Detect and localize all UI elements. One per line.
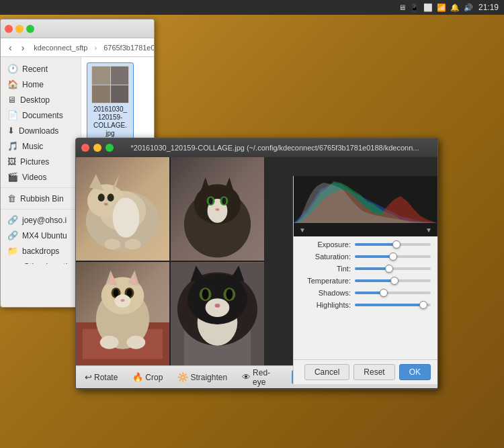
saturation-label: Saturation:	[300, 253, 351, 261]
reset-button[interactable]: Reset	[353, 364, 394, 380]
forward-button[interactable]: ›	[19, 41, 28, 54]
file-item-collage[interactable]: 20161030_120159-COLLAGE.jpg	[87, 62, 134, 141]
shadows-track[interactable]	[355, 292, 431, 294]
network-icon-2: 🔗	[7, 230, 18, 240]
desktop: 🖥 📱 ⬜ 📶 🔔 🔊 21:19 ‹ › kdeconnect_sftp › …	[0, 0, 504, 448]
exposure-label: Exposure:	[300, 240, 351, 249]
temperature-fill	[355, 279, 394, 282]
sidebar-item-mx4[interactable]: 🔗 MX4 Ubuntu	[1, 228, 81, 243]
sidebar-label-joey: joey@ohso.i	[22, 216, 67, 225]
temperature-track[interactable]	[355, 279, 431, 282]
svg-point-34	[121, 299, 125, 302]
sidebar-item-music[interactable]: 🎵 Music	[1, 138, 81, 154]
svg-point-7	[104, 203, 108, 206]
shadows-thumb[interactable]	[380, 289, 388, 297]
sidebar-item-joey[interactable]: 🔗 joey@ohso.i	[1, 212, 81, 228]
sidebar-item-recent[interactable]: 🕐 Recent	[1, 61, 81, 77]
svg-point-20	[216, 208, 220, 211]
maximize-button[interactable]	[26, 25, 34, 33]
rubbishbin-icon: 🗑	[7, 193, 16, 204]
sidebar-item-pictures[interactable]: 🖼 Pictures	[1, 154, 81, 169]
exposure-row: Exposure:	[300, 240, 431, 249]
svg-point-18	[209, 197, 213, 204]
sidebar-item-backdrops[interactable]: 📁 backdrops	[1, 243, 81, 259]
saturation-thumb[interactable]	[389, 253, 397, 261]
minimize-button[interactable]	[15, 25, 24, 33]
svg-marker-3	[89, 174, 104, 191]
hist-shadow-triangle[interactable]: ▼	[299, 226, 306, 234]
crop-icon: 🔥	[132, 372, 143, 382]
rotate-tool[interactable]: ↩ Rotate	[81, 370, 121, 384]
sidebar-label-other: + Other Locati	[17, 262, 68, 265]
sidebar-item-desktop[interactable]: 🖥 Desktop	[1, 92, 81, 107]
histogram-controls: ▼ ▼	[294, 225, 437, 235]
collage-cell-tl	[92, 66, 110, 85]
close-button[interactable]	[5, 25, 13, 33]
iv-minimize-button[interactable]	[93, 144, 101, 152]
sidebar-item-rubbishbin[interactable]: 🗑 Rubbish Bin	[1, 191, 81, 206]
sidebar-item-downloads[interactable]: ⬇ Downloads	[1, 123, 81, 138]
tint-thumb[interactable]	[385, 265, 393, 273]
tint-label: Tint:	[300, 265, 351, 273]
sidebar-label-downloads: Downloads	[19, 126, 58, 136]
clock: 21:19	[478, 3, 499, 12]
cancel-button[interactable]: Cancel	[304, 364, 349, 380]
collage-cell-bl	[92, 85, 110, 104]
sidebar-item-other[interactable]: + + Other Locati	[1, 259, 81, 264]
fm-titlebar	[1, 19, 154, 38]
exposure-thumb[interactable]	[392, 240, 401, 249]
collage-photo-tr	[171, 157, 264, 261]
folder-icon: 📁	[7, 246, 18, 256]
crop-label: Crop	[145, 373, 163, 382]
phone-icon: 📱	[410, 3, 419, 12]
volume-icon: 🔊	[464, 3, 473, 12]
collage-photo-br	[171, 262, 264, 365]
temperature-thumb[interactable]	[390, 277, 398, 285]
sidebar-item-home[interactable]: 🏠 Home	[1, 77, 81, 92]
svg-point-10	[124, 238, 140, 249]
sidebar-item-videos[interactable]: 🎬 Videos	[1, 169, 81, 185]
sidebar-item-documents[interactable]: 📄 Documents	[1, 107, 81, 123]
addr-hash[interactable]: 6765f3b1781e0188	[101, 42, 155, 53]
iv-close-button[interactable]	[81, 144, 89, 152]
highlights-track[interactable]	[355, 304, 431, 306]
straighten-tool[interactable]: 🔆 Straighten	[174, 370, 230, 384]
svg-point-9	[105, 238, 121, 249]
tint-track[interactable]	[355, 267, 431, 270]
back-button[interactable]: ‹	[6, 41, 15, 54]
file-label: 20161030_120159-COLLAGE.jpg	[93, 105, 127, 138]
sidebar-label-desktop: Desktop	[20, 95, 50, 105]
temperature-label: Temperature:	[300, 277, 351, 285]
straighten-label: Straighten	[190, 373, 227, 382]
hist-highlight-triangle[interactable]: ▼	[425, 226, 432, 234]
highlights-row: Highlights:	[300, 301, 431, 309]
svg-point-6	[108, 193, 114, 201]
straighten-icon: 🔆	[177, 372, 188, 382]
iv-maximize-button[interactable]	[106, 144, 114, 152]
videos-icon: 🎬	[7, 172, 18, 182]
sidebar-label-music: Music	[22, 142, 43, 151]
ok-button[interactable]: OK	[399, 364, 431, 380]
exposure-track[interactable]	[355, 243, 431, 246]
fm-sidebar: 🕐 Recent 🏠 Home 🖥 Desktop 📄 Documents ⬇	[1, 57, 81, 264]
sidebar-label-recent: Recent	[22, 64, 48, 74]
highlights-label: Highlights:	[300, 301, 351, 309]
sidebar-label-documents: Documents	[22, 111, 63, 120]
pictures-icon: 🖼	[7, 156, 16, 167]
rotate-label: Rotate	[94, 373, 118, 382]
highlights-thumb[interactable]	[419, 301, 427, 309]
redeye-tool[interactable]: 👁 Red-eye	[239, 366, 284, 389]
adjust-buttons: Cancel Reset OK	[294, 359, 437, 384]
addr-kdeconnect[interactable]: kdeconnect_sftp	[31, 42, 90, 53]
sidebar-divider-2	[1, 209, 81, 210]
saturation-track[interactable]	[355, 255, 431, 258]
sidebar-label-backdrops: backdrops	[22, 247, 59, 256]
addr-divider-1: ›	[94, 44, 97, 52]
svg-point-47	[215, 304, 220, 308]
crop-tool[interactable]: 🔥 Crop	[129, 370, 166, 384]
svg-point-42	[206, 298, 230, 317]
shadows-row: Shadows:	[300, 289, 431, 297]
image-viewer-window: *20161030_120159-COLLAGE.jpg (~/.config/…	[75, 138, 438, 390]
iv-title: *20161030_120159-COLLAGE.jpg (~/.config/…	[118, 144, 432, 152]
system-tray: 🖥 📱 ⬜ 📶 🔔 🔊	[398, 3, 473, 12]
